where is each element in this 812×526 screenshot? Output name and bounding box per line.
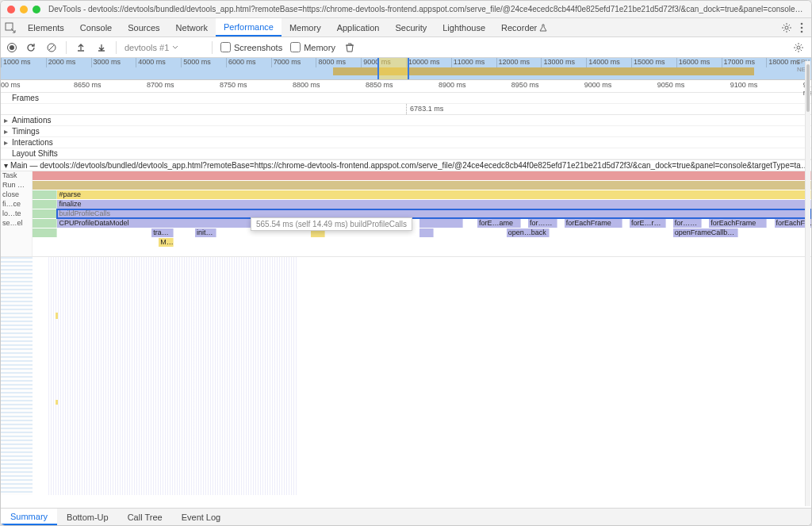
upload-icon[interactable]	[75, 41, 87, 54]
flame-bar[interactable]	[33, 190, 57, 199]
flame-bar-microtasks[interactable]	[33, 181, 811, 190]
tracks: Frames 6783.1 ms ▸Animations ▸Timings ▸I…	[1, 93, 811, 160]
zoom-window-icon[interactable]	[33, 6, 40, 13]
flame-row-label: Run Microtasks	[1, 181, 32, 190]
flask-icon	[539, 24, 547, 32]
svg-point-2	[801, 22, 803, 25]
track-timings[interactable]: ▸Timings	[1, 126, 811, 137]
profile-select[interactable]: devtools #1	[124, 43, 204, 52]
flame-bar[interactable]	[33, 209, 57, 218]
flame-bar-finalize[interactable]: finalize	[57, 200, 811, 209]
ruler-tick: 8700 ms	[147, 81, 174, 89]
clear-icon[interactable]	[45, 41, 58, 54]
window-controls	[7, 6, 40, 13]
flame-bar[interactable]: forE…rame	[630, 219, 666, 228]
tab-performance[interactable]: Performance	[216, 18, 282, 36]
tab-console[interactable]: Console	[72, 18, 120, 36]
settings-icon[interactable]	[781, 22, 792, 33]
flame-bar-parse[interactable]: #parse	[57, 190, 811, 199]
flame-bar[interactable]: openFrameCallback	[673, 228, 738, 237]
overview-tick: 10000 ms	[406, 58, 451, 67]
track-frames[interactable]: Frames	[1, 93, 811, 104]
overview-tick: 14000 ms	[586, 58, 631, 67]
reload-icon[interactable]	[25, 41, 37, 54]
tab-lighthouse[interactable]: Lighthouse	[435, 18, 493, 36]
tab-memory[interactable]: Memory	[282, 18, 329, 36]
memory-checkbox[interactable]: Memory	[290, 42, 335, 52]
flame-row-label: close	[1, 190, 32, 200]
more-icon[interactable]	[800, 22, 803, 33]
btab-call-tree[interactable]: Call Tree	[118, 509, 172, 525]
details-tabs: Summary Bottom-Up Call Tree Event Log	[1, 508, 811, 525]
flame-bar[interactable]: forEachFrame	[565, 219, 622, 228]
flame-bar-selected[interactable]: buildProfileCalls	[57, 209, 811, 218]
track-layout-shifts[interactable]: Layout Shifts	[1, 148, 811, 159]
overview-tick: 16000 ms	[676, 58, 722, 67]
flame-chart[interactable]: TaskRun Microtasksclosefi…celo…tese…el #…	[1, 171, 811, 257]
tab-network[interactable]: Network	[168, 18, 216, 36]
overview-tick: 1000 ms	[1, 58, 46, 67]
overview-tick: 13000 ms	[541, 58, 586, 67]
svg-line-6	[49, 44, 55, 50]
main-thread-header[interactable]: ▾ Main — devtools://devtools/bundled/dev…	[1, 160, 811, 171]
trash-icon[interactable]	[343, 41, 356, 54]
svg-point-4	[801, 30, 803, 33]
screenshots-checkbox[interactable]: Screenshots	[220, 42, 282, 52]
panel-tabs: Elements Console Sources Network Perform…	[1, 18, 811, 37]
flame-bar[interactable]: initialize	[195, 228, 216, 237]
overview-tick: 15000 ms	[631, 58, 676, 67]
flame-bar[interactable]: forEachFrame	[709, 219, 767, 228]
inspect-icon[interactable]	[1, 18, 20, 36]
flame-bar[interactable]	[33, 219, 57, 228]
flame-bar[interactable]: open…back	[507, 228, 550, 237]
chevron-down-icon	[172, 44, 178, 51]
tab-elements[interactable]: Elements	[20, 18, 72, 36]
flame-bar[interactable]: for…ame	[673, 219, 703, 228]
track-animations[interactable]: ▸Animations	[1, 115, 811, 126]
flame-bar-task[interactable]	[33, 171, 811, 180]
overview-tick: 11000 ms	[451, 58, 496, 67]
flame-bar[interactable]: forE…ame	[477, 219, 521, 228]
track-interactions[interactable]: ▸Interactions	[1, 137, 811, 148]
flame-chart-lower[interactable]	[1, 257, 811, 495]
flame-bar[interactable]	[33, 200, 57, 209]
flame-bar[interactable]	[419, 219, 463, 228]
overview-tick: 8000 ms	[316, 58, 361, 67]
close-window-icon[interactable]	[7, 6, 15, 13]
capture-settings-icon[interactable]	[792, 41, 805, 54]
overview-tick: 2000 ms	[46, 58, 91, 67]
tab-sources[interactable]: Sources	[120, 18, 167, 36]
overview-tick: 5000 ms	[181, 58, 226, 67]
ruler-tick: 8900 ms	[439, 81, 466, 89]
minimize-window-icon[interactable]	[20, 6, 28, 13]
overview-timeline[interactable]: 1000 ms2000 ms3000 ms4000 ms5000 ms6000 …	[1, 58, 811, 80]
flame-bar[interactable]: tra…ee	[151, 228, 173, 237]
overview-tick: 3000 ms	[91, 58, 136, 67]
devtools-window: DevTools - devtools://devtools/bundled/d…	[0, 0, 812, 526]
ruler-tick: 8800 ms	[293, 81, 320, 89]
time-ruler[interactable]: 00 ms8650 ms8700 ms8750 ms8800 ms8850 ms…	[1, 80, 811, 93]
download-icon[interactable]	[95, 41, 108, 54]
overview-selection[interactable]	[377, 58, 409, 79]
tab-application[interactable]: Application	[329, 18, 388, 36]
flame-row-label: lo…te	[1, 209, 32, 219]
tab-security[interactable]: Security	[387, 18, 435, 36]
ruler-tick: 8750 ms	[220, 81, 247, 89]
performance-toolbar: devtools #1 Screenshots Memory	[1, 37, 811, 58]
flame-bar[interactable]	[419, 228, 434, 237]
frames-lane[interactable]: 6783.1 ms	[1, 104, 811, 115]
ruler-tick: 00 ms	[1, 81, 21, 89]
flame-bar[interactable]: M…C	[159, 238, 173, 247]
flame-bar[interactable]	[33, 228, 57, 237]
record-icon[interactable]	[7, 43, 17, 52]
scrollbar-thumb[interactable]	[806, 64, 810, 112]
btab-bottom-up[interactable]: Bottom-Up	[57, 509, 118, 525]
btab-event-log[interactable]: Event Log	[172, 509, 231, 525]
flame-bar[interactable]: for…me	[528, 219, 557, 228]
flame-tooltip: 565.54 ms (self 14.49 ms) buildProfileCa…	[251, 217, 412, 231]
ruler-tick: 9050 ms	[657, 81, 685, 89]
tab-recorder[interactable]: Recorder	[493, 18, 555, 36]
ruler-tick: 8950 ms	[511, 81, 539, 89]
vertical-scrollbar[interactable]	[805, 61, 810, 506]
btab-summary[interactable]: Summary	[1, 509, 57, 525]
